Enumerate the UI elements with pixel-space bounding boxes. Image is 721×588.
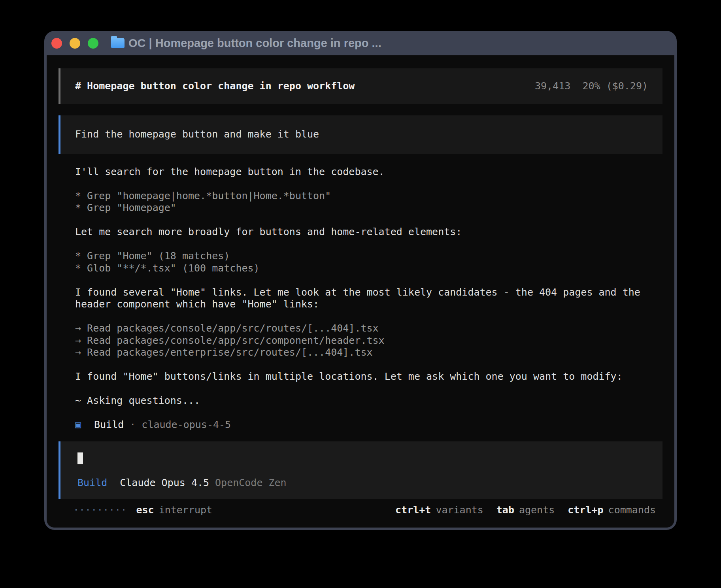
read-call-line: → Read packages/console/app/src/routes/[… xyxy=(75,322,662,335)
agents-label: agents xyxy=(519,504,555,516)
terminal-content[interactable]: # Homepage button color change in repo w… xyxy=(47,55,674,528)
folder-icon xyxy=(111,38,125,48)
tool-calls: → Read packages/console/app/src/routes/[… xyxy=(75,322,662,359)
spinner-dots: ········· xyxy=(73,504,126,516)
tool-call-line: * Grep "homepage|home.*button|Home.*butt… xyxy=(75,190,662,202)
ctrl-p-key-label: ctrl+p xyxy=(568,504,603,516)
working-status-text: ~ Asking questions... xyxy=(75,395,662,407)
window-title: OC | Homepage button color change in rep… xyxy=(128,37,381,50)
read-call-line: → Read packages/console/app/src/componen… xyxy=(75,335,662,347)
agent-name: Build xyxy=(94,419,124,431)
read-call-line: → Read packages/enterprise/src/routes/[.… xyxy=(75,347,662,359)
interrupt-hint: escinterrupt xyxy=(136,504,212,516)
ctrl-t-key-label: ctrl+t xyxy=(395,504,431,516)
text-cursor xyxy=(77,452,83,464)
user-message: Find the homepage button and make it blu… xyxy=(59,115,662,154)
assistant-message: I'll search for the homepage button in t… xyxy=(75,166,662,178)
assistant-message: Let me search more broadly for buttons a… xyxy=(75,226,662,238)
variants-shortcut: ctrl+tvariants xyxy=(395,504,483,516)
input-agent-label[interactable]: Build xyxy=(77,477,107,489)
tool-call-line: * Grep "Home" (18 matches) xyxy=(75,250,662,262)
assistant-text: I found "Home" buttons/links in multiple… xyxy=(75,371,662,383)
footer-right: ctrl+tvariants tabagents ctrl+pcommands xyxy=(395,504,656,516)
assistant-text: Let me search more broadly for buttons a… xyxy=(75,226,662,238)
transcript: I'll search for the homepage button in t… xyxy=(59,166,662,431)
agent-square-icon: ▣ xyxy=(75,419,81,431)
tool-call-line: * Glob "**/*.tsx" (100 matches) xyxy=(75,262,662,275)
assistant-text: I found several "Home" links. Let me loo… xyxy=(75,286,662,311)
session-header: # Homepage button color change in repo w… xyxy=(59,68,662,104)
variants-label: variants xyxy=(436,504,483,516)
commands-label: commands xyxy=(608,504,656,516)
agent-status-line: ▣ Build · claude-opus-4-5 xyxy=(75,419,662,431)
titlebar: OC | Homepage button color change in rep… xyxy=(44,31,677,55)
session-title: # Homepage button color change in repo w… xyxy=(75,80,355,92)
input-provider-label: OpenCode Zen xyxy=(215,477,287,489)
terminal-window: OC | Homepage button color change in rep… xyxy=(44,31,677,530)
input-status-bar: Build Claude Opus 4.5 OpenCode Zen xyxy=(77,477,648,489)
input-model-label[interactable]: Claude Opus 4.5 xyxy=(120,477,209,489)
agent-separator: · xyxy=(130,419,136,431)
esc-key-label: esc xyxy=(136,504,154,516)
tool-call-line: * Grep "Homepage" xyxy=(75,202,662,214)
user-message-text: Find the homepage button and make it blu… xyxy=(75,128,648,141)
traffic-lights xyxy=(44,38,98,49)
assistant-message: I found "Home" buttons/links in multiple… xyxy=(75,371,662,383)
footer-left: ········· escinterrupt xyxy=(73,504,212,516)
interrupt-label: interrupt xyxy=(159,504,212,516)
commands-shortcut: ctrl+pcommands xyxy=(568,504,656,516)
working-status: ~ Asking questions... xyxy=(75,395,662,407)
tool-calls: * Grep "Home" (18 matches) * Glob "**/*.… xyxy=(75,250,662,274)
tab-key-label: tab xyxy=(496,504,514,516)
agent-model: claude-opus-4-5 xyxy=(142,419,231,431)
session-stats: 39,413 20% ($0.29) xyxy=(535,80,648,92)
prompt-input[interactable]: Build Claude Opus 4.5 OpenCode Zen xyxy=(59,441,662,499)
zoom-button[interactable] xyxy=(88,38,98,49)
close-button[interactable] xyxy=(51,38,62,49)
tool-calls: * Grep "homepage|home.*button|Home.*butt… xyxy=(75,190,662,214)
assistant-message: I found several "Home" links. Let me loo… xyxy=(75,286,662,311)
minimize-button[interactable] xyxy=(70,38,80,49)
status-footer: ········· escinterrupt ctrl+tvariants ta… xyxy=(73,504,656,516)
agents-shortcut: tabagents xyxy=(496,504,555,516)
assistant-text: I'll search for the homepage button in t… xyxy=(75,166,662,178)
